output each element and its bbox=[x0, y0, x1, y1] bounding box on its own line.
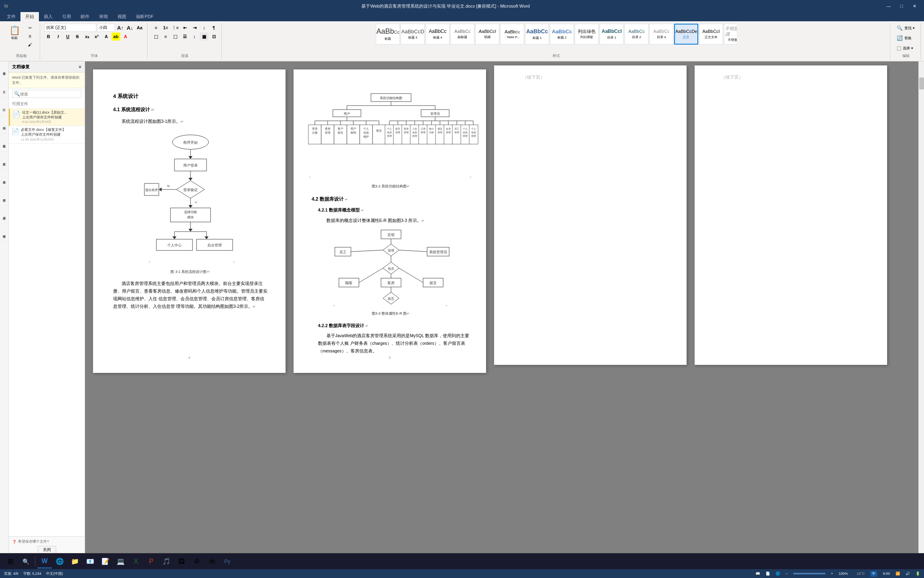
increase-indent-button[interactable]: ⇥ bbox=[190, 24, 199, 32]
highlight-button[interactable]: ab bbox=[111, 33, 120, 41]
bullets-button[interactable]: ≡ bbox=[152, 24, 160, 32]
volume-icon[interactable]: 🔊 bbox=[906, 572, 910, 576]
nav-item-8[interactable]: 订房管理 bbox=[0, 188, 8, 206]
shading-button[interactable]: ▦ bbox=[200, 33, 209, 41]
view-mode-print[interactable]: 📄 bbox=[766, 572, 770, 576]
style-listpara[interactable]: 列出绿色 列出绑架 bbox=[575, 24, 599, 45]
format-painter-button[interactable]: 🖌 bbox=[24, 41, 36, 49]
style-normal[interactable]: AaBbCcDe 正文 bbox=[674, 24, 698, 45]
view-mode-web[interactable]: 🌐 bbox=[776, 572, 780, 576]
taskbar-excel-icon[interactable]: X bbox=[129, 555, 143, 568]
style-body-text[interactable]: AaBbCcI 正文文本 bbox=[699, 24, 723, 45]
italic-button[interactable]: I bbox=[54, 33, 63, 41]
superscript-button[interactable]: x² bbox=[92, 33, 101, 41]
show-marks-button[interactable]: ¶ bbox=[209, 24, 218, 32]
style-heading2[interactable]: AaBbCc 标题 2 bbox=[550, 24, 574, 45]
nav-item-10[interactable]: 维护管理 bbox=[0, 224, 8, 242]
tab-view[interactable]: 视图 bbox=[113, 12, 131, 21]
close-button[interactable]: ✕ bbox=[909, 2, 920, 10]
nav-item-7[interactable]: 客户信息 bbox=[0, 170, 8, 188]
minimize-button[interactable]: — bbox=[883, 2, 894, 10]
nav-item-9[interactable]: 用户管理 bbox=[0, 206, 8, 224]
taskbar-settings-icon[interactable]: ⚙ bbox=[190, 555, 204, 568]
text-effect-button[interactable]: A bbox=[102, 33, 111, 41]
style-heading1[interactable]: AaBbCc 标题 1 bbox=[525, 24, 549, 45]
nav-item-5[interactable]: 系统框架 bbox=[0, 134, 8, 152]
taskbar-notepad-icon[interactable]: 📝 bbox=[98, 555, 113, 568]
font-name-input[interactable] bbox=[44, 24, 96, 32]
vertical-scrollbar[interactable] bbox=[918, 61, 924, 556]
copy-button[interactable]: ⎘ bbox=[24, 32, 36, 40]
justify-button[interactable]: ☰ bbox=[180, 33, 189, 41]
font-color-button[interactable]: A bbox=[121, 33, 130, 41]
style-subtle-emph[interactable]: 不明显强调 不明显强调 bbox=[724, 24, 737, 45]
style-toc1[interactable]: AaBbCcI 目录 1 bbox=[600, 24, 624, 45]
align-center-button[interactable]: ≡ bbox=[161, 33, 170, 41]
clear-format-button[interactable]: Aa bbox=[135, 24, 144, 32]
sort-button[interactable]: ↕ bbox=[200, 24, 209, 32]
ime-indicator[interactable]: 中 bbox=[870, 571, 877, 577]
align-right-button[interactable]: ⬚ bbox=[171, 33, 180, 41]
view-mode-read[interactable]: 📖 bbox=[756, 572, 760, 576]
border-button[interactable]: ⊡ bbox=[209, 33, 218, 41]
nav-item-6[interactable]: 数据库 bbox=[0, 152, 8, 170]
network-icon[interactable]: 📶 bbox=[896, 572, 900, 576]
taskbar-mail-icon[interactable]: 📧 bbox=[83, 555, 97, 568]
style-heading3[interactable]: AaBbCcD 标题 3 bbox=[401, 24, 425, 45]
maximize-button[interactable]: □ bbox=[896, 2, 907, 10]
style-heading4[interactable]: AaBbCc 标题 4 bbox=[426, 24, 450, 45]
taskbar-chrome-icon[interactable]: 🌐 bbox=[53, 555, 67, 568]
decrease-indent-button[interactable]: ⇤ bbox=[180, 24, 189, 32]
taskbar-photos-icon[interactable]: 🖼 bbox=[174, 555, 189, 568]
style-heading[interactable]: AaBbCc 标题 bbox=[376, 24, 400, 45]
battery-icon[interactable]: 🔋 bbox=[916, 572, 920, 576]
numbering-button[interactable]: 1≡ bbox=[161, 24, 170, 32]
bold-button[interactable]: B bbox=[44, 33, 53, 41]
style-toc3[interactable]: AaBbCc 目录 3 bbox=[649, 24, 673, 45]
sidebar-close-icon[interactable]: × bbox=[79, 64, 81, 70]
multilevel-button[interactable]: ⋮≡ bbox=[171, 24, 180, 32]
strikethrough-button[interactable]: S bbox=[73, 33, 82, 41]
subscript-button[interactable]: x₂ bbox=[83, 33, 91, 41]
search-input[interactable] bbox=[20, 92, 79, 96]
doc-item-2[interactable]: 📄 必看文件.docx【修复文件】 上次用户保存文件时创建 11:55 2021… bbox=[9, 126, 85, 143]
zoom-minus-button[interactable]: − bbox=[786, 572, 788, 576]
tab-insert[interactable]: 插入 bbox=[39, 12, 57, 21]
find-button[interactable]: 🔍 查找 ▾ bbox=[894, 24, 917, 33]
zoom-plus-button[interactable]: + bbox=[831, 572, 833, 576]
nav-item-2[interactable]: 文字 bbox=[0, 79, 8, 98]
paste-button[interactable]: 📋 粘贴 bbox=[6, 24, 22, 42]
tab-review[interactable]: 审阅 bbox=[94, 12, 113, 21]
style-tableP[interactable]: AaBbCc · Table P... bbox=[500, 24, 524, 45]
doc-item-1[interactable]: 📄 论文一稿(1).docx【原始文... 上次用户保存文件时创建 0:02 2… bbox=[9, 109, 85, 126]
tab-home[interactable]: 开始 bbox=[20, 12, 39, 21]
line-spacing-button[interactable]: ↕ bbox=[190, 33, 199, 41]
nav-item-3[interactable]: 行距 bbox=[0, 98, 8, 116]
tab-foxitpdf[interactable]: 福昕PDF bbox=[131, 12, 158, 21]
taskbar-ppt-icon[interactable]: P bbox=[144, 555, 158, 568]
align-left-button[interactable]: ⬚ bbox=[152, 33, 160, 41]
scrollbar-thumb[interactable] bbox=[919, 77, 924, 90]
start-button[interactable]: ⊞ bbox=[3, 555, 18, 568]
replace-button[interactable]: 🔄 替换 bbox=[894, 34, 914, 43]
taskbar-music-icon[interactable]: 🎵 bbox=[159, 555, 174, 568]
zoom-slider[interactable] bbox=[793, 573, 825, 574]
nav-item-1[interactable]: 页面布局 bbox=[0, 61, 8, 79]
tab-mail[interactable]: 邮件 bbox=[76, 12, 94, 21]
document-area[interactable]: 4 系统设计 4.1 系统流程设计 ↵ 系统流程设计图如图3-1所示。↵ 程序开… bbox=[85, 61, 918, 556]
select-button[interactable]: ⬚ 选择 ▾ bbox=[894, 44, 916, 53]
style-toc2[interactable]: AaBbCc 目录 2 bbox=[624, 24, 648, 45]
taskbar-terminal-icon[interactable]: 💻 bbox=[113, 555, 128, 568]
taskbar-python-icon[interactable]: Py bbox=[220, 555, 235, 568]
taskbar-explorer-icon[interactable]: 📁 bbox=[68, 555, 82, 568]
font-size-input[interactable] bbox=[97, 24, 115, 32]
search-taskbar-button[interactable]: 🔍 bbox=[18, 555, 33, 568]
style-subtitle[interactable]: AaBbCc 副标题 bbox=[450, 24, 474, 45]
tab-references[interactable]: 引用 bbox=[57, 12, 76, 21]
font-grow-button[interactable]: A↑ bbox=[116, 24, 125, 32]
zoom-level[interactable]: 100% bbox=[839, 572, 848, 576]
nav-item-4[interactable]: 功能块 bbox=[0, 116, 8, 134]
style-emphasis1[interactable]: AaBbCcI 弱调 bbox=[475, 24, 499, 45]
taskbar-store-icon[interactable]: 🛍 bbox=[205, 555, 219, 568]
tab-file[interactable]: 文件 bbox=[2, 12, 20, 21]
